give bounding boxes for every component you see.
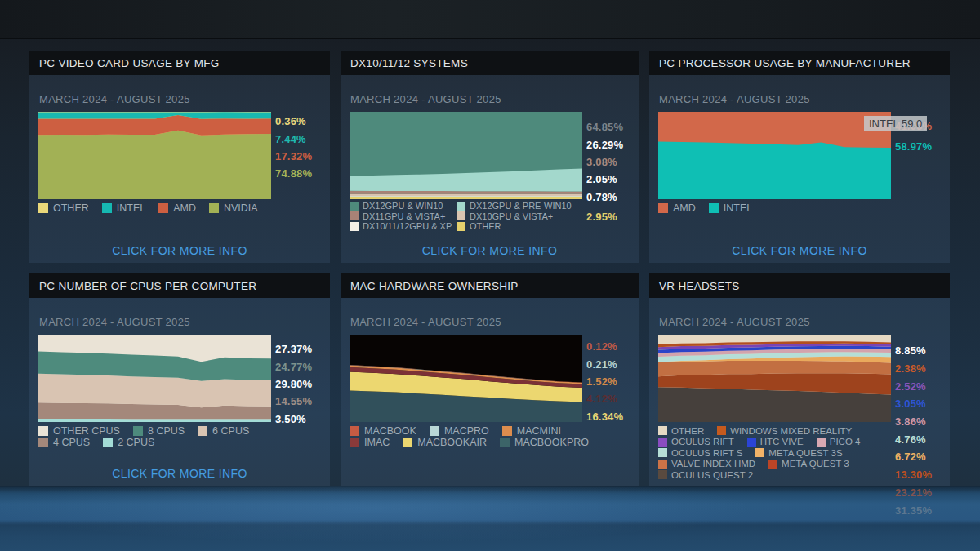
date-range-label: MARCH 2024 - AUGUST 2025 [39,316,190,328]
panel-vr: VR HEADSETSMARCH 2024 - AUGUST 20258.85%… [649,273,950,486]
value-label: 2.52% [895,377,956,395]
value-label: 3.50% [275,411,336,428]
stacked-area-chart[interactable] [38,335,271,422]
value-label: 2.05% [586,171,648,188]
more-info-link[interactable]: CLICK FOR MORE INFO [29,244,330,257]
legend-label: OTHER CPUS [53,425,120,437]
legend-swatch [103,438,113,447]
panel-body: MARCH 2024 - AUGUST 20250.12%0.21%1.52%4… [341,298,639,486]
area-series-2-cpus [38,419,271,422]
stacked-area-chart[interactable] [658,112,891,199]
legend-item: MACBOOKPRO [500,437,589,448]
legend-label: DX12GPU & WIN10 [363,201,443,211]
chart-legend: MACBOOKMACPROMACMINIIMACMACBOOKAIRMACBOO… [350,425,602,448]
legend-label: 2 CPUS [118,437,154,448]
legend-row: 4 CPUS2 CPUS [38,437,262,448]
legend-swatch [500,438,510,447]
value-label: 4.12% [586,390,648,407]
chart-legend: DX12GPU & WIN10DX12GPU & PRE-WIN10DX11GP… [350,201,564,232]
legend-label: WINDOWS MIXED REALITY [730,426,852,436]
legend-item: DX10/11/12GPU & XP [350,221,457,231]
survey-panels-grid: PC VIDEO CARD USAGE BY MFGMARCH 2024 - A… [29,51,950,486]
legend-swatch [658,426,667,435]
legend-label: DX12GPU & PRE-WIN10 [470,201,572,211]
legend-label: INTEL [724,202,752,214]
value-label: 58.97% [895,136,956,157]
more-info-link[interactable]: CLICK FOR MORE INFO [341,244,639,257]
legend-label: OTHER [53,202,89,214]
stacked-area-chart[interactable] [38,112,271,199]
area-series-other [350,197,582,199]
value-label: 16.34% [586,408,648,425]
panel-cpumfg: PC PROCESSOR USAGE BY MANUFACTURERMARCH … [649,51,950,263]
legend-row: OTHER CPUS8 CPUS6 CPUS [38,425,262,437]
legend-item: OCULUS RIFT S [658,448,742,458]
value-label: 29.80% [275,375,336,393]
legend-row: OCULUS RIFT SMETA QUEST 3S [658,447,873,459]
legend-swatch [502,426,512,436]
panel-title: VR HEADSETS [649,273,950,298]
legend-item: META QUEST 3S [755,448,842,458]
legend-swatch [457,202,466,211]
chart-legend: OTHERINTELAMDNVIDIA [38,202,271,214]
value-label: 2.38% [895,360,956,378]
legend-item: PICO 4 [817,437,861,447]
stacked-area-chart[interactable] [658,335,891,422]
legend-swatch [38,426,48,436]
legend-swatch [709,203,719,213]
legend-swatch [209,203,219,213]
more-info-link[interactable]: CLICK FOR MORE INFO [649,244,950,257]
area-series-intel [658,141,891,199]
date-range-label: MARCH 2024 - AUGUST 2025 [350,316,501,328]
legend-label: IMAC [364,437,390,448]
stacked-area-chart[interactable] [350,112,582,199]
legend-item: 6 CPUS [198,425,249,437]
panel-body: MARCH 2024 - AUGUST 20258.85%2.38%2.52%3… [649,298,950,486]
value-labels-column: 8.85%2.38%2.52%3.05%3.86%4.76%6.72%13.30… [895,342,956,519]
value-label: 0.12% [586,338,648,355]
date-range-label: MARCH 2024 - AUGUST 2025 [350,93,501,105]
legend-item: OTHER [457,221,564,231]
chart-legend: AMDINTEL [658,202,765,214]
value-label: 6.72% [895,448,956,466]
legend-item: AMD [658,202,696,214]
legend-label: MACBOOKPRO [514,437,589,448]
legend-item: VALVE INDEX HMD [658,459,755,469]
value-label: 14.55% [275,393,336,410]
panel-gpu: PC VIDEO CARD USAGE BY MFGMARCH 2024 - A… [29,51,330,263]
legend-item: HTC VIVE [747,437,804,447]
value-label: 27.37% [275,340,336,358]
panel-body: MARCH 2024 - AUGUST 202541.03%58.97%INTE… [649,75,950,263]
legend-swatch [768,460,777,469]
legend-swatch [158,203,168,213]
more-info-link[interactable]: CLICK FOR MORE INFO [29,467,330,480]
legend-item: NVIDIA [209,202,258,214]
legend-item: MACMINI [502,425,561,437]
legend-label: OCULUS RIFT [671,437,734,447]
panel-body: MARCH 2024 - AUGUST 202527.37%24.77%29.8… [29,298,330,486]
chart-legend: OTHERWINDOWS MIXED REALITYOCULUS RIFTHTC… [658,425,873,481]
panel-title: PC VIDEO CARD USAGE BY MFG [29,51,330,75]
area-series-nvidia [38,131,271,199]
panel-title: MAC HARDWARE OWNERSHIP [341,273,639,298]
value-label: 1.52% [586,373,648,390]
area-series-dx10gpu-vista- [350,194,582,196]
value-label: 8.85% [895,342,956,360]
value-labels-column: 27.37%24.77%29.80%14.55%3.50% [275,340,336,428]
panel-body: MARCH 2024 - AUGUST 20250.36%7.44%17.32%… [29,75,330,263]
legend-swatch [817,438,826,447]
legend-label: META QUEST 3S [768,448,842,458]
legend-label: 8 CPUS [148,425,185,437]
panel-title: PC PROCESSOR USAGE BY MANUFACTURER [649,51,950,75]
legend-swatch [350,438,359,447]
stacked-area-chart[interactable] [350,335,582,422]
legend-row: AMDINTEL [658,202,765,214]
legend-row: DX10/11/12GPU & XPOTHER [350,221,564,232]
value-label: 7.44% [275,130,336,147]
legend-item: OCULUS RIFT [658,437,734,447]
legend-label: 4 CPUS [53,437,90,448]
value-label: 0.36% [275,113,336,130]
legend-row: IMACMACBOOKAIRMACBOOKPRO [350,437,602,448]
top-header-bar [0,0,980,39]
legend-label: INTEL [117,202,145,214]
